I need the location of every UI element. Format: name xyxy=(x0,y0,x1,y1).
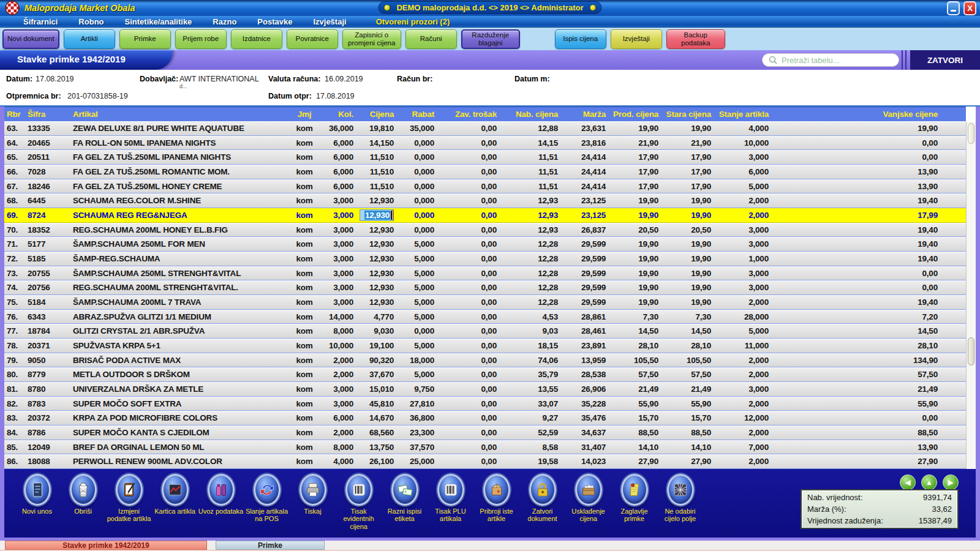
table-row[interactable]: 86.18088PERWOLL RENEW 900ML ADV.COLORkom… xyxy=(4,454,966,469)
items-table: RbrŠifraArtikalJmjKol.CijenaRabatZav. tr… xyxy=(0,107,980,469)
bottom-button-tisak-evidentnih-cijena[interactable]: Tisak evidentnih cijena xyxy=(336,474,382,530)
inline-price-editor[interactable]: 12,930 xyxy=(360,209,394,221)
menu-sifrarnici[interactable]: Šifrarnici xyxy=(23,17,58,26)
divider xyxy=(905,50,907,70)
vertical-scrollbar[interactable] xyxy=(966,122,976,469)
toolbar-button-ispis-cijena[interactable]: Ispis cijena xyxy=(555,29,606,49)
table-row[interactable]: 85.12049BREF DA ORGINAL LEMON 50 MLkom8,… xyxy=(4,440,966,455)
title-bar: Maloprodaja Market Obala DEMO maloprodaj… xyxy=(0,0,980,16)
toolbar-button-prijem-robe[interactable]: Prijem robe xyxy=(175,29,227,49)
bottom-button-uskladenje-cijena[interactable]: Usklađenje cijena xyxy=(565,474,611,530)
table-row[interactable]: 76.6343ABRAZ.SPUŽVA GLITZI 1/1 MEDIUMkom… xyxy=(4,310,966,324)
field-value-otpremnica-br: 201-07031858-19 xyxy=(67,92,128,100)
bottom-button-tiskaj[interactable]: Tiskaj xyxy=(290,474,336,530)
column-header-prod-cijena[interactable]: Prod. cijena xyxy=(609,110,662,119)
bottom-button-novi-unos[interactable]: Novi unos xyxy=(14,474,60,530)
toolbar-button-izvjestaji[interactable]: Izvještaji xyxy=(611,29,662,49)
table-row[interactable]: 66.7028FA GEL ZA TUŠ.250ML ROMANTIC MOM.… xyxy=(4,165,966,179)
status-tab-stavke-primke-1942-2019[interactable]: Stavke primke 1942/2019 xyxy=(5,541,207,550)
menu-sintetike-analitike[interactable]: Sintetike/analitike xyxy=(125,17,192,26)
column-header-rbr[interactable]: Rbr xyxy=(4,110,25,119)
table-row[interactable]: 70.18352REG.SCHAUMA 200ML HONEY EL.B.FIG… xyxy=(4,223,966,238)
toolbar-button-artikli[interactable]: Artikli xyxy=(64,29,115,49)
menu-otvoreni-prozori[interactable]: Otvoreni prozori (2) xyxy=(376,17,450,26)
price-edit-cell[interactable]: 12,930 xyxy=(357,209,398,221)
close-panel-button[interactable]: ZATVORI xyxy=(910,50,980,70)
field-value-dobavljac: AWT INTERNATIONAL xyxy=(179,75,259,83)
bottom-button-obrisi[interactable]: Obriši xyxy=(60,474,106,530)
table-row[interactable]: 84.8786SUPER MOČO KANTA S CJEDILOMkom2,0… xyxy=(4,425,966,440)
column-header-marza[interactable]: Marža xyxy=(562,110,609,119)
toolbar-button-izdatnice[interactable]: Izdatnice xyxy=(231,29,282,49)
table-row[interactable]: 63.13335ZEWA DELUXE 8/1 PURE WHITE AQUAT… xyxy=(4,121,966,136)
table-search-input[interactable]: Pretraži tabelu... xyxy=(762,53,899,67)
table-row[interactable]: 82.8783SUPER MOČO SOFT EXTRAkom3,00045,8… xyxy=(4,397,966,411)
bottom-button-razni-ispisi-etiketa[interactable]: Razni ispisi etiketa xyxy=(382,474,428,530)
column-header-vanjske-cijene[interactable]: Vanjske cijene xyxy=(772,110,966,119)
table-row[interactable]: 78.20371SPUŽVASTA KRPA 5+1kom10,00019,10… xyxy=(4,339,966,353)
arrow-left-button[interactable]: ◀ xyxy=(900,474,916,490)
minimize-button[interactable] xyxy=(947,1,960,15)
toolbar-button-novi-dokument[interactable]: Novi dokument xyxy=(2,29,59,49)
bottom-button-pribroji-iste-artikle[interactable]: Pribroji iste artikle xyxy=(473,474,519,530)
summary-label: Nab. vrijednost: xyxy=(807,493,862,502)
status-bar: Stavke primke 1942/2019Primke xyxy=(0,541,980,551)
table-row[interactable]: 65.20511FA GEL ZA TUŠ.250ML IPANEMA NIGH… xyxy=(4,150,966,165)
bottom-button-slanje-artikala-na-pos[interactable]: Slanje artikala na POS xyxy=(244,474,290,530)
toolbar-button-backup-podataka[interactable]: Backup podataka xyxy=(666,29,725,49)
bottom-button-uvoz-podataka[interactable]: Uvoz podataka xyxy=(198,474,244,530)
close-button[interactable]: X xyxy=(963,1,976,15)
column-header-artikal[interactable]: Artikal xyxy=(70,110,291,119)
column-header-nab-cijena[interactable]: Nab. cijena xyxy=(500,110,562,119)
toolbar-button-primke[interactable]: Primke xyxy=(119,29,171,49)
column-header-cijena[interactable]: Cijena xyxy=(357,110,398,119)
table-row[interactable]: 68.6445SCHAUMA REG.COLOR M.SHINEkom3,000… xyxy=(4,193,966,208)
bottom-button-izmjeni-podatke-artikla[interactable]: Izmjeni podatke artikla xyxy=(106,474,152,530)
bottom-button-kartica-artikla[interactable]: Kartica artikla xyxy=(152,474,198,530)
table-row[interactable]: 69.8724SCHAUMA REG REG&NJEGAkom3,00012,9… xyxy=(4,208,966,223)
toolbar-button-zapisnici-o-promjeni-cijena[interactable]: Zapisnici o promjeni cijena xyxy=(342,29,401,49)
field-label-racun-br: Račun br: xyxy=(397,75,432,83)
bottom-button-tisak-plu-artikala[interactable]: Tisak PLU artikala xyxy=(428,474,473,530)
table-row[interactable]: 75.5184ŠAMP.SCHAUMA 200ML 7 TRAVAkom3,00… xyxy=(4,295,966,310)
toolbar-button-povratnice[interactable]: Povratnice xyxy=(287,29,338,49)
table-row[interactable]: 72.5185ŠAMP-REG.SCHAUMAkom3,00012,9305,0… xyxy=(4,252,966,266)
bottom-button-ne-odabiri-cijelo-polje[interactable]: Ne odabiri cijelo polje xyxy=(657,474,703,530)
menu-razno[interactable]: Razno xyxy=(213,17,236,26)
table-row[interactable]: 67.18246FA GEL ZA TUŠ.250ML HONEY CREMEk… xyxy=(4,179,966,194)
summary-row-marza: Marža (%):33,62 xyxy=(802,503,957,515)
send-pos-icon xyxy=(254,474,281,506)
column-header-rabat[interactable]: Rabat xyxy=(398,110,438,119)
column-header-sifra[interactable]: Šifra xyxy=(25,110,70,119)
table-row[interactable]: 71.5177ŠAMP.SCHAUMA 250ML FOR MENkom3,00… xyxy=(4,237,966,252)
table-row[interactable]: 74.20756REG.SCHAUMA 200ML STRENGHT&VITAL… xyxy=(4,280,966,295)
table-row[interactable]: 64.20465FA ROLL-ON 50ML IPANEMA NIGHTSko… xyxy=(4,136,966,151)
column-header-kol[interactable]: Kol. xyxy=(319,110,357,119)
table-row[interactable]: 80.8779METLA OUTDOOR S DRŠKOMkom2,00037,… xyxy=(4,367,966,382)
field-label-valuta-racuna: Valuta računa: xyxy=(268,75,320,83)
menu-izvjestaji[interactable]: Izvještaji xyxy=(313,17,346,26)
toolbar-button-racuni[interactable]: Računi xyxy=(405,29,457,49)
table-row[interactable]: 79.9050BRISAČ PODA ACTIVE MAXkom2,00090,… xyxy=(4,353,966,368)
table-row[interactable]: 83.20372KRPA ZA POD MICROFIBRE COLORSkom… xyxy=(4,411,966,425)
table-row[interactable]: 73.20755ŠAMP.SCHAUMA 250ML STRENGHT&VITA… xyxy=(4,266,966,281)
column-header-stara-cijena[interactable]: Stara cijena xyxy=(662,110,715,119)
arrow-up-button[interactable]: ▲ xyxy=(921,474,937,490)
table-row[interactable]: 77.18784GLITZI CRYSTAL 2/1 ABR.SPUŽVAkom… xyxy=(4,324,966,339)
toolbar-button-razduzenje-blagajni[interactable]: Razduženje blagajni xyxy=(461,29,520,49)
document-info-panel: Datum:17.08.2019Dobavljač:AWT INTERNATIO… xyxy=(0,70,980,107)
menu-robno[interactable]: Robno xyxy=(78,17,104,26)
menu-postavke[interactable]: Postavke xyxy=(257,17,292,26)
bottom-button-zaglavlje-primke[interactable]: Zaglavlje primke xyxy=(611,474,657,530)
bottom-button-zatvori-dokument[interactable]: Zatvori dokument xyxy=(519,474,565,530)
merge-box-icon xyxy=(483,474,510,506)
column-header-zav-trosak[interactable]: Zav. trošak xyxy=(438,110,500,119)
arrow-right-button[interactable]: ▶ xyxy=(943,474,959,490)
app-logo-icon xyxy=(5,1,20,15)
column-header-jmj[interactable]: Jmj xyxy=(291,110,319,119)
scrollbar-thumb[interactable] xyxy=(968,337,974,365)
panel-title-bar: Stavke primke 1942/2019 Pretraži tabelu.… xyxy=(0,50,980,70)
table-row[interactable]: 81.8780UNIVERZALNA DRŠKA ZA METLEkom3,00… xyxy=(4,382,966,397)
column-header-stanje-artikla[interactable]: Stanje artikla xyxy=(715,110,772,119)
status-tab-primke[interactable]: Primke xyxy=(216,541,325,550)
